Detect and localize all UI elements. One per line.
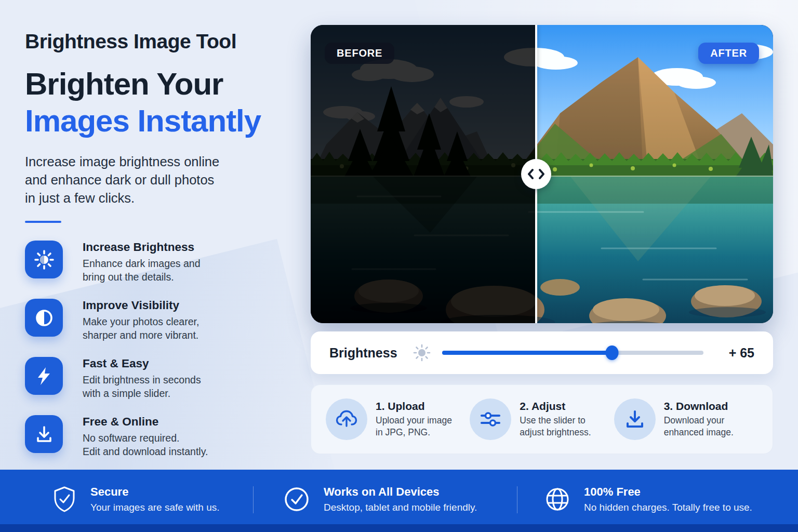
footer-description: No hidden charges. Totally free to use. [584,502,752,513]
feature-item-increase-brightness: Increase Brightness Enhance dark images … [25,241,300,284]
landscape-photo [311,25,536,323]
sliders-icon [470,398,511,440]
download-tray-icon [614,398,656,440]
steps-card: 1. Upload Upload your image in JPG, PNG.… [311,384,773,454]
footer-title: 100% Free [584,485,752,499]
heading-line2: Images Instantly [25,103,261,138]
feature-item-free-online: Free & Online No software required. Edit… [25,415,300,458]
brightness-slider-card: Brightness + 65 [311,331,773,374]
step-adjust: 2. Adjust Use the slider to adjust brigh… [470,398,614,440]
slider-fill [442,351,612,355]
step-title: 1. Upload [376,400,452,413]
footer-bar: Secure Your images are safe with us. Wor… [0,470,798,532]
feature-title: Fast & Easy [83,357,201,370]
step-description: Download your enhanced image. [664,415,734,438]
sun-icon [413,344,431,362]
feature-item-improve-visibility: Improve Visibility Make your photos clea… [25,299,300,342]
feature-description: Edit brightness in seconds with a simple… [83,373,201,400]
footer-divider [253,486,254,513]
feature-description: Make your photos clearer, sharper and mo… [83,315,199,342]
before-image [311,25,536,323]
slider-thumb[interactable] [605,345,618,360]
eyebrow-title: Brightness Image Tool [25,30,300,53]
feature-title: Increase Brightness [83,241,201,254]
slider-label: Brightness [329,345,397,361]
comparison-card: BEFORE AFTER [311,25,773,323]
step-description: Upload your image in JPG, PNG. [376,415,452,438]
footer-item-secure: Secure Your images are safe with us. [52,482,220,516]
page-title: Brighten Your Images Instantly [25,65,300,139]
brightness-sun-icon [25,241,63,278]
footer-description: Your images are safe with us. [90,502,220,513]
feature-description: No software required. Edit and download … [83,431,208,458]
contrast-icon [25,299,63,337]
footer-divider [517,486,517,513]
cloud-upload-icon [326,398,367,440]
hero-description: Increase image brightness online and enh… [25,153,300,207]
compare-chevrons-icon [527,168,545,180]
before-badge: BEFORE [325,43,394,64]
comparison-slider-handle[interactable] [521,159,551,189]
accent-divider [25,221,61,223]
footer-bottom-strip [0,524,798,532]
download-icon [25,415,63,453]
feature-list: Increase Brightness Enhance dark images … [25,241,300,458]
footer-item-free: 100% Free No hidden charges. Totally fre… [544,482,752,516]
lightning-bolt-icon [25,357,63,395]
step-upload: 1. Upload Upload your image in JPG, PNG. [326,398,470,440]
step-download: 3. Download Download your enhanced image… [614,398,758,440]
footer-title: Secure [90,485,220,499]
after-image [536,25,773,323]
step-title: 2. Adjust [520,400,591,413]
footer-description: Desktop, tablet and mobile friendly. [324,502,477,513]
feature-item-fast-easy: Fast & Easy Edit brightness in seconds w… [25,357,300,400]
step-title: 3. Download [664,400,734,413]
globe-icon [544,486,570,512]
feature-description: Enhance dark images and bring out the de… [83,257,201,284]
feature-title: Improve Visibility [83,299,199,312]
hero-section: Brightness Image Tool Brighten Your Imag… [25,30,300,458]
slider-value: + 65 [715,345,754,361]
heading-line1: Brighten Your [25,66,223,101]
footer-title: Works on All Devices [324,485,477,499]
after-badge: AFTER [698,43,759,64]
circle-check-icon [283,486,310,513]
footer-item-devices: Works on All Devices Desktop, tablet and… [283,482,477,516]
landscape-photo [536,25,773,323]
shield-check-icon [52,486,77,513]
step-description: Use the slider to adjust brightness. [520,415,591,438]
feature-title: Free & Online [83,415,208,429]
slider-track[interactable] [442,346,703,360]
